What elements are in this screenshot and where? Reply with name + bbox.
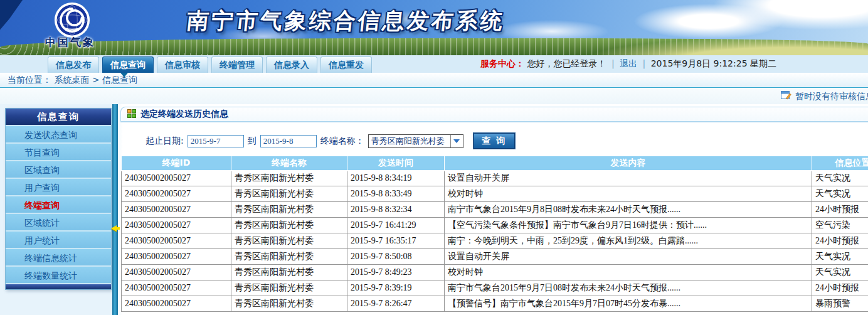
table-row: 240305002005027青秀区南阳新光村委2015-9-8 8:34:19… xyxy=(122,171,868,186)
cell-terminal-name: 青秀区南阳新光村委 xyxy=(231,171,347,186)
tab-信息审核[interactable]: 信息审核 xyxy=(157,56,208,73)
sidebar-item-节目查询[interactable]: 节目查询 xyxy=(6,142,111,160)
main-nav-bar: 信息发布信息查询信息审核终端管理信息录入信息重发 服务中心： 您好，您已经登录！… xyxy=(0,55,868,73)
table-row: 240305002005027青秀区南阳新光村委2015-9-7 8:49:23… xyxy=(122,265,868,280)
banner: 中国气象 南宁市气象综合信息发布系统 xyxy=(0,0,868,55)
breadcrumb-home-link[interactable]: 系统桌面 xyxy=(54,75,89,85)
terminal-name-label: 终端名称： xyxy=(320,136,364,147)
sidebar-title: 信息查询 xyxy=(6,109,111,125)
column-header-3: 发送时间 xyxy=(347,156,445,171)
content-area: 信息查询 发送状态查询节目查询区域查询用户查询终端查询区域统计用户统计终端信息统… xyxy=(0,104,868,315)
cell-send-time: 2015-9-8 8:34:19 xyxy=(347,171,445,186)
logo-caption: 中国气象 xyxy=(45,35,95,50)
tab-信息录入[interactable]: 信息录入 xyxy=(266,56,317,73)
table-row: 240305002005027青秀区南阳新光村委2015-9-7 8:26:47… xyxy=(122,296,868,312)
cell-send-content: 【预警信号】南宁市气象台2015年9月7日07时45分发布暴...... xyxy=(445,296,812,312)
breadcrumb: 当前位置： 系统桌面 > 信息查询 xyxy=(0,73,868,88)
tab-信息发布[interactable]: 信息发布 xyxy=(48,56,99,73)
corner-decoration xyxy=(0,0,23,41)
sidebar-item-区域统计[interactable]: 区域统计 xyxy=(6,213,111,230)
cell-terminal-name: 青秀区南阳新光村委 xyxy=(231,249,347,265)
datetime-display: 2015年9月8日 9:12:25 星期二 xyxy=(651,58,776,68)
main-panel: 选定终端发送历史信息 起止日期: 到 终端名称： 青秀区南阳新光村委 查 询 终… xyxy=(119,104,868,315)
cell-info-type: 24小时预报 xyxy=(812,202,868,218)
cell-info-type: 天气实况 xyxy=(812,249,868,265)
sidebar: 信息查询 发送状态查询节目查询区域查询用户查询终端查询区域统计用户统计终端信息统… xyxy=(5,108,112,290)
cell-send-content: 设置自动开关屏 xyxy=(445,249,812,265)
table-row: 240305002005027青秀区南阳新光村委2015-9-7 16:35:1… xyxy=(122,233,868,249)
cell-send-time: 2015-9-7 8:39:19 xyxy=(347,280,445,296)
breadcrumb-separator: > xyxy=(92,75,100,85)
cell-send-content: 校对时钟 xyxy=(445,186,812,202)
tab-信息查询[interactable]: 信息查询 xyxy=(102,56,154,73)
panel-header: 选定终端发送历史信息 xyxy=(120,107,868,122)
cell-terminal-id: 240305002005027 xyxy=(122,218,231,233)
column-header-5: 信息位置 xyxy=(812,156,868,171)
cell-send-time: 2015-9-7 16:41:29 xyxy=(347,218,445,233)
column-header-4: 发送内容 xyxy=(445,156,812,171)
sidebar-item-用户统计[interactable]: 用户统计 xyxy=(6,230,111,248)
notice-bar: 暂时没有待审核信息 xyxy=(0,88,868,104)
cell-send-content: 南宁市气象台2015年9月8日08时发布未来24小时天气预报...... xyxy=(445,202,812,218)
page: { "banner": { "logo_caption": "中国气象", "t… xyxy=(0,0,868,315)
cell-send-content: 校对时钟 xyxy=(445,265,812,280)
table-row: 240305002005027青秀区南阳新光村委2015-9-7 16:41:2… xyxy=(122,218,868,233)
query-button[interactable]: 查 询 xyxy=(474,133,515,149)
chevron-down-icon xyxy=(453,139,460,143)
table-row: 240305002005027青秀区南阳新光村委2015-9-7 8:50:08… xyxy=(122,249,868,265)
history-table-wrap: 终端ID终端名称发送时间发送内容信息位置 240305002005027青秀区南… xyxy=(121,156,868,312)
cell-terminal-id: 240305002005027 xyxy=(122,202,231,218)
cell-send-time: 2015-9-8 8:33:49 xyxy=(347,186,445,202)
cell-terminal-name: 青秀区南阳新光村委 xyxy=(231,280,347,296)
sidebar-item-发送状态查询[interactable]: 发送状态查询 xyxy=(6,125,111,142)
panel-splitter[interactable] xyxy=(112,104,118,315)
sidebar-item-终端信息统计[interactable]: 终端信息统计 xyxy=(6,248,111,265)
date-from-input[interactable] xyxy=(188,135,244,147)
cell-info-type: 空气污染 xyxy=(812,218,868,233)
history-table: 终端ID终端名称发送时间发送内容信息位置 240305002005027青秀区南… xyxy=(121,156,868,312)
cell-terminal-name: 青秀区南阳新光村委 xyxy=(231,218,347,233)
active-tab-pointer-icon xyxy=(120,73,128,77)
sidebar-item-用户查询[interactable]: 用户查询 xyxy=(6,178,111,195)
panel-title: 选定终端发送历史信息 xyxy=(140,109,228,120)
grass-field-image xyxy=(0,38,868,55)
date-to-input[interactable] xyxy=(260,135,317,147)
cell-info-type: 暴雨预警 xyxy=(812,296,868,312)
cell-terminal-id: 240305002005027 xyxy=(122,296,231,312)
column-header-2: 终端名称 xyxy=(231,156,347,171)
column-header-1: 终端ID xyxy=(122,156,231,171)
review-notice-text: 暂时没有待审核信息 xyxy=(795,91,868,102)
cell-send-content: 【空气污染气象条件预报】南宁市气象台9月7日16时提供：预计...... xyxy=(445,218,812,233)
review-notice[interactable]: 暂时没有待审核信息 xyxy=(781,90,868,102)
cell-terminal-name: 青秀区南阳新光村委 xyxy=(231,265,347,280)
logout-link[interactable]: 退出 xyxy=(620,58,637,68)
cell-send-time: 2015-9-7 8:50:08 xyxy=(347,249,445,265)
cell-terminal-id: 240305002005027 xyxy=(122,280,231,296)
collapse-sidebar-arrow-shaft xyxy=(117,227,120,230)
sidebar-item-终端查询[interactable]: 终端查询 xyxy=(6,195,111,213)
collapse-sidebar-arrow-icon[interactable] xyxy=(111,225,117,232)
terminal-select-value: 青秀区南阳新光村委 xyxy=(369,136,450,147)
cell-terminal-name: 青秀区南阳新光村委 xyxy=(231,233,347,249)
cell-info-type: 天气实况 xyxy=(812,171,868,186)
cell-terminal-id: 240305002005027 xyxy=(122,249,231,265)
service-center-label: 服务中心： xyxy=(480,58,524,68)
grid-icon xyxy=(127,109,136,120)
tab-终端管理[interactable]: 终端管理 xyxy=(211,56,263,73)
cell-info-type: 天气实况 xyxy=(812,186,868,202)
cell-terminal-id: 240305002005027 xyxy=(122,186,231,202)
select-dropdown-button[interactable] xyxy=(450,135,463,147)
note-pencil-icon xyxy=(781,90,791,102)
cell-terminal-id: 240305002005027 xyxy=(122,171,231,186)
terminal-select[interactable]: 青秀区南阳新光村委 xyxy=(368,134,463,148)
separator: | xyxy=(643,58,646,68)
sidebar-item-终端数量统计[interactable]: 终端数量统计 xyxy=(6,265,111,283)
table-row: 240305002005027青秀区南阳新光村委2015-9-8 8:33:49… xyxy=(122,186,868,202)
tab-信息重发[interactable]: 信息重发 xyxy=(320,56,372,73)
cell-send-time: 2015-9-8 8:32:34 xyxy=(347,202,445,218)
cell-send-time: 2015-9-7 8:26:47 xyxy=(347,296,445,312)
cell-send-time: 2015-9-7 16:35:17 xyxy=(347,233,445,249)
sidebar-item-区域查询[interactable]: 区域查询 xyxy=(6,160,111,178)
cell-terminal-id: 240305002005027 xyxy=(122,233,231,249)
filter-bar: 起止日期: 到 终端名称： 青秀区南阳新光村委 查 询 xyxy=(146,133,868,149)
